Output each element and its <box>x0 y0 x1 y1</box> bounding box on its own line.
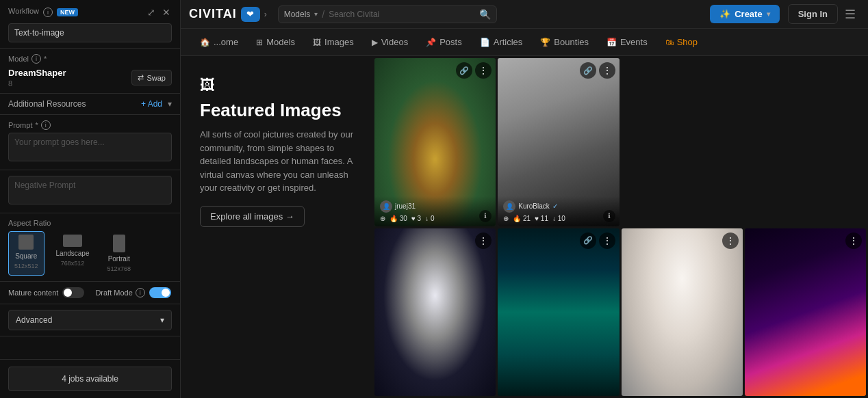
landscape-shape <box>63 235 82 247</box>
bounties-icon: 🏆 <box>540 38 550 47</box>
portrait-bw-overlay: 👤 KuroBlack ✓ ⊕ 🔥 21 ♥ 11 ↓ 10 <box>498 196 619 226</box>
aspect-portrait[interactable]: Portrait 512x768 <box>101 231 137 276</box>
content-options-row: Mature content Draft Mode i <box>0 282 180 304</box>
advanced-chevron-icon: ▾ <box>160 315 164 325</box>
greenhouse-overlay: 👤 jruej31 ⊕ 🔥 30 ♥ 3 ↓ 0 <box>374 196 496 226</box>
bunny-menu-button[interactable]: ⋮ <box>475 233 492 249</box>
draft-mode-group: Draft Mode i <box>95 287 170 298</box>
nav-home[interactable]: 🏠 ...ome <box>192 33 246 51</box>
workflow-info-icon[interactable]: i <box>43 8 53 17</box>
wolf-menu-button[interactable]: ⋮ <box>845 233 862 249</box>
prompt-input[interactable] <box>8 133 172 161</box>
grid-cell-greenhouse: ⋮ 🔗 👤 jruej31 ⊕ 🔥 30 ♥ 3 ↓ 0 ℹ <box>374 58 496 226</box>
corridor-link-button[interactable]: 🔗 <box>580 233 596 249</box>
portrait-bw-info-button[interactable]: ℹ <box>603 210 615 222</box>
swap-button[interactable]: ⇄ Swap <box>131 70 172 85</box>
bw-fire-stat: 🔥 21 <box>513 215 531 222</box>
nav-models[interactable]: ⊞ Models <box>248 33 303 51</box>
draft-mode-label: Draft Mode i <box>95 288 144 297</box>
portrait-bw-link-button[interactable]: 🔗 <box>580 62 596 79</box>
search-divider: / <box>322 9 324 20</box>
grid-cell-elf: ⋮ <box>622 228 743 397</box>
nav-bounties[interactable]: 🏆 Bounties <box>532 33 597 51</box>
grid-cell-bunny: ⋮ <box>374 228 496 397</box>
greenhouse-link-button[interactable]: 🔗 <box>456 62 472 79</box>
aspect-ratio-section: Aspect Ratio Square 512x512 Landscape 76… <box>0 213 180 282</box>
add-resources-controls: + Add ▾ <box>141 99 172 109</box>
aspect-square[interactable]: Square 512x512 <box>8 231 44 276</box>
featured-text-area: 🖼 Featured Images All sorts of cool pict… <box>181 56 372 398</box>
greenhouse-info-button[interactable]: ℹ <box>479 210 492 222</box>
nav-images[interactable]: 🖼 Images <box>305 33 362 51</box>
landscape-size: 768x512 <box>61 260 85 267</box>
nav-events[interactable]: 📅 Events <box>598 33 656 51</box>
wand-icon: ✨ <box>719 9 730 19</box>
greenhouse-stats: ⊕ 🔥 30 ♥ 3 ↓ 0 <box>380 215 490 222</box>
nav-videos[interactable]: ▶ Videos <box>363 33 417 51</box>
more-options-button[interactable]: ☰ <box>841 7 860 22</box>
bw-arrow-stat: ↓ 10 <box>552 215 565 222</box>
portrait-size: 512x768 <box>107 265 131 272</box>
posts-icon: 📌 <box>426 38 436 47</box>
aspect-options: Square 512x512 Landscape 768x512 Portrai… <box>8 231 172 276</box>
search-icon[interactable]: 🔍 <box>479 9 491 20</box>
negative-prompt-input[interactable] <box>8 176 172 204</box>
corridor-menu-button[interactable]: ⋮ <box>599 233 615 249</box>
events-icon: 📅 <box>607 38 617 47</box>
expand-icon[interactable]: ⤢ <box>146 5 157 19</box>
sidebar: Workflow i NEW ⤢ ✕ Text-to-image Model i… <box>0 0 181 398</box>
prompt-info-icon[interactable]: i <box>41 120 51 130</box>
explore-button[interactable]: Explore all images → <box>200 206 305 227</box>
landscape-label: Landscape <box>56 250 90 257</box>
additional-resources-chevron[interactable]: ▾ <box>168 99 172 109</box>
top-navigation: CIVITAI ❤ › Models ▾ / 🔍 ✨ Create ▾ Sign… <box>181 0 868 29</box>
portrait-label: Portrait <box>108 255 130 263</box>
portrait-shape <box>113 235 125 252</box>
logo-text: CIVITAI <box>189 7 237 21</box>
advanced-button[interactable]: Advanced ▾ <box>8 310 172 330</box>
greenhouse-arrow-stat: ↓ 0 <box>425 215 434 222</box>
logo-chevron-icon[interactable]: › <box>264 10 267 19</box>
greenhouse-avatar: 👤 <box>380 200 392 213</box>
search-input[interactable] <box>329 10 474 19</box>
portrait-bw-user-row: 👤 KuroBlack ✓ <box>503 200 613 213</box>
sign-in-button[interactable]: Sign In <box>788 4 838 24</box>
model-name: DreamShaper <box>8 68 66 78</box>
greenhouse-user-row: 👤 jruej31 <box>380 200 490 213</box>
featured-description: All sorts of cool pictures created by ou… <box>200 128 353 195</box>
nav-articles[interactable]: 📄 Articles <box>472 33 531 51</box>
models-dropdown-icon[interactable]: ▾ <box>314 10 318 18</box>
models-dropdown-label: Models <box>284 10 311 19</box>
workflow-section: Workflow i NEW ⤢ ✕ Text-to-image <box>0 0 180 49</box>
aspect-ratio-label: Aspect Ratio <box>8 219 172 227</box>
portrait-bw-menu-button[interactable]: ⋮ <box>599 62 615 79</box>
portrait-bw-stats: ⊕ 🔥 21 ♥ 11 ↓ 10 <box>503 215 613 222</box>
videos-icon: ▶ <box>372 38 378 47</box>
greenhouse-menu-button[interactable]: ⋮ <box>475 62 492 79</box>
advanced-section: Advanced ▾ <box>0 304 180 336</box>
square-size: 512x512 <box>14 263 38 269</box>
elf-menu-button[interactable]: ⋮ <box>722 233 739 249</box>
draft-mode-toggle[interactable] <box>149 287 171 298</box>
create-button[interactable]: ✨ Create ▾ <box>710 5 779 23</box>
square-label: Square <box>15 252 37 260</box>
bw-heart-stat: ♥ 11 <box>535 215 548 222</box>
model-section: Model i * DreamShaper 8 ⇄ Swap <box>0 49 180 94</box>
close-icon[interactable]: ✕ <box>161 5 172 19</box>
bw-add-stat: ⊕ <box>503 215 509 222</box>
sidebar-footer: 4 jobs available <box>0 359 180 398</box>
workflow-label: Workflow <box>8 7 39 15</box>
model-info-icon[interactable]: i <box>31 54 41 64</box>
workflow-select[interactable]: Text-to-image <box>8 23 172 42</box>
new-badge: NEW <box>57 8 78 16</box>
aspect-landscape[interactable]: Landscape 768x512 <box>50 231 96 276</box>
nav-posts[interactable]: 📌 Posts <box>418 33 470 51</box>
nav-shop[interactable]: 🛍 Shop <box>657 33 706 51</box>
model-version: 8 <box>8 79 66 88</box>
jobs-available-button[interactable]: 4 jobs available <box>8 367 172 391</box>
greenhouse-username: jruej31 <box>395 202 416 210</box>
draft-info-icon[interactable]: i <box>136 288 145 297</box>
grid-cell-wolf: ⋮ <box>745 228 866 397</box>
mature-content-toggle[interactable] <box>62 287 84 298</box>
add-resource-button[interactable]: + Add <box>141 99 162 109</box>
